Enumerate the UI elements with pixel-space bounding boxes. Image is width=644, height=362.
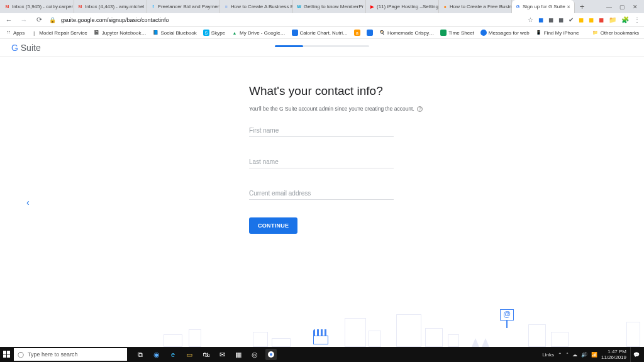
contact-info-form: What's your contact info? You'll be the … xyxy=(249,84,438,234)
apps-button[interactable]: ⠿Apps xyxy=(5,30,25,36)
tab-label: How to Create A Business E xyxy=(231,4,293,9)
lock-icon: 🔒 xyxy=(49,17,56,23)
url-text[interactable]: gsuite.google.com/signup/basic/contactin… xyxy=(61,17,523,23)
taskbar-search[interactable]: ◯ Type here to search xyxy=(14,348,127,361)
svg-rect-3 xyxy=(7,354,10,358)
forward-button[interactable]: → xyxy=(19,16,29,24)
taskbar-store-icon[interactable]: 🛍 xyxy=(200,349,211,360)
ext-7-icon[interactable]: ◼ xyxy=(599,16,604,23)
bookmark-model-repair[interactable]: |Model Repair Service xyxy=(31,30,87,36)
tray-volume-icon[interactable]: 🔊 xyxy=(581,352,587,358)
tab-label: Inbox (5,945) - colby.carper xyxy=(12,4,73,9)
cortana-icon: ◯ xyxy=(18,351,24,358)
site-icon: ● xyxy=(442,4,448,9)
continue-button[interactable]: CONTINUE xyxy=(249,217,297,234)
tab-label: Getting to know MemberPr xyxy=(304,4,364,9)
ext-2-icon[interactable]: ◼ xyxy=(548,16,553,23)
browser-tab-strip: M Inbox (5,945) - colby.carper × M Inbox… xyxy=(0,0,644,13)
star-icon[interactable]: ☆ xyxy=(528,16,533,23)
gdoc-icon: ≡ xyxy=(223,4,229,9)
ext-4-icon[interactable]: ✔ xyxy=(569,16,574,23)
tray-links[interactable]: Links xyxy=(542,352,554,358)
tab-inbox-amy[interactable]: M Inbox (4,443) - amy.michel × xyxy=(74,0,147,13)
ext-3-icon[interactable]: ◼ xyxy=(558,16,564,23)
wizard-back-button[interactable]: ‹ xyxy=(26,197,30,207)
youtube-icon: ▶ xyxy=(369,4,375,9)
window-maximize-button[interactable]: ▢ xyxy=(619,4,625,10)
new-tab-button[interactable]: + xyxy=(575,2,590,11)
tab-label: (11) iPage Hosting –Setting xyxy=(377,4,438,9)
reload-button[interactable]: ⟳ xyxy=(34,16,44,24)
taskbar-edge-icon[interactable]: e xyxy=(167,349,179,360)
signup-progress xyxy=(275,45,369,47)
taskbar-app1-icon[interactable]: ▦ xyxy=(233,349,244,360)
bookmark-amazon[interactable]: a xyxy=(354,30,360,36)
start-button[interactable] xyxy=(0,347,14,362)
gmail-icon: M xyxy=(4,4,10,9)
bookmark-jupyter[interactable]: 📓Jupyter Notebook… xyxy=(94,30,147,36)
bookmark-calorie[interactable]: Calorie Chart, Nutri… xyxy=(292,30,348,36)
email-field[interactable] xyxy=(249,186,394,200)
svg-point-5 xyxy=(270,353,272,356)
taskbar-mail-icon[interactable]: ✉ xyxy=(216,349,228,360)
svg-rect-1 xyxy=(7,351,10,354)
freelancer-icon: f xyxy=(150,4,156,9)
menu-icon[interactable]: ⋮ xyxy=(634,16,640,23)
google-icon: G xyxy=(515,4,521,9)
close-icon[interactable]: × xyxy=(567,4,570,10)
tab-howto[interactable]: ● How to Create a Free Busin × xyxy=(439,0,512,13)
bookmark-messages[interactable]: Messages for web xyxy=(480,30,530,36)
other-bookmarks[interactable]: 📁Other bookmarks xyxy=(592,30,639,36)
brand-bar: G G SuiteSuite xyxy=(0,39,644,57)
window-minimize-button[interactable]: — xyxy=(606,4,612,10)
taskbar-cortana-icon[interactable]: ◉ xyxy=(151,349,162,360)
ext-1-icon[interactable]: ◼ xyxy=(538,16,543,23)
first-name-field[interactable] xyxy=(249,123,394,137)
ext-6-icon[interactable]: ◼ xyxy=(589,16,594,23)
apps-label: Apps xyxy=(13,30,25,36)
page-subtitle: You'll be the G Suite account admin sinc… xyxy=(249,106,438,112)
skyline-decoration: @ xyxy=(0,303,644,347)
tab-freelancer[interactable]: f Freelancer Bid and Paymen × xyxy=(147,0,220,13)
tab-youtube[interactable]: ▶ (11) iPage Hosting –Setting × xyxy=(366,0,439,13)
back-button[interactable]: ← xyxy=(4,16,14,24)
ext-8-icon[interactable]: 📁 xyxy=(609,16,616,23)
tab-memberpress[interactable]: W Getting to know MemberPr × xyxy=(293,0,366,13)
tray-chevron-icon[interactable]: ⌃ xyxy=(558,352,562,358)
help-icon[interactable]: ? xyxy=(417,106,423,112)
bookmarks-bar: ⠿Apps |Model Repair Service 📓Jupyter Not… xyxy=(0,27,644,39)
address-bar-row: ← → ⟳ 🔒 gsuite.google.com/signup/basic/c… xyxy=(0,13,644,27)
taskbar-explorer-icon[interactable]: ▭ xyxy=(184,349,195,360)
bookmark-timesheet[interactable]: Time Sheet xyxy=(440,30,474,36)
bookmark-drive[interactable]: ▲My Drive - Google… xyxy=(231,30,285,36)
at-sign-icon: @ xyxy=(500,309,514,328)
tray-clock[interactable]: 1:47 PM11/26/2019 xyxy=(601,349,626,360)
tab-gsuite-signup[interactable]: G Sign up for G Suite × xyxy=(512,0,575,13)
tab-label: Inbox (4,443) - amy.michel xyxy=(85,4,144,9)
bookmark-skype[interactable]: SSkype xyxy=(203,30,225,36)
tab-label: Freelancer Bid and Paymen xyxy=(158,4,220,9)
tray-wifi-icon[interactable]: 📶 xyxy=(591,352,597,358)
tab-label: How to Create a Free Busin xyxy=(450,4,512,9)
tab-inbox-colby[interactable]: M Inbox (5,945) - colby.carper × xyxy=(1,0,74,13)
tab-gdoc[interactable]: ≡ How to Create A Business E × xyxy=(220,0,293,13)
tab-label: Sign up for G Suite xyxy=(523,4,565,9)
ext-9-icon[interactable]: 🧩 xyxy=(621,16,629,23)
tray-onedrive-icon[interactable]: ☁ xyxy=(572,352,577,358)
windows-taskbar: ◯ Type here to search ⧉ ◉ e ▭ 🛍 ✉ ▦ ◎ Li… xyxy=(0,347,644,362)
gsuite-logo: G G SuiteSuite xyxy=(11,43,41,53)
task-view-button[interactable]: ⧉ xyxy=(135,349,146,360)
wp-icon: W xyxy=(296,4,302,9)
bookmark-bluebook[interactable]: 📘Social Bluebook xyxy=(152,30,196,36)
bookmark-findmyiphone[interactable]: 📱Find My iPhone xyxy=(536,30,579,36)
last-name-field[interactable] xyxy=(249,155,394,168)
ext-5-icon[interactable]: ◼ xyxy=(579,16,584,23)
bookmark-crispy[interactable]: 🍳Homemade Crispy… xyxy=(379,30,434,36)
window-close-button[interactable]: ✕ xyxy=(633,4,638,10)
taskbar-app2-icon[interactable]: ◎ xyxy=(249,349,260,360)
bookmark-blue[interactable] xyxy=(367,30,373,36)
taskbar-chrome-icon[interactable] xyxy=(265,349,277,360)
tray-chevron-up-icon[interactable]: ˄ xyxy=(566,352,569,358)
search-placeholder: Type here to search xyxy=(28,351,78,358)
tray-notifications-icon[interactable]: 💬 xyxy=(630,347,641,362)
